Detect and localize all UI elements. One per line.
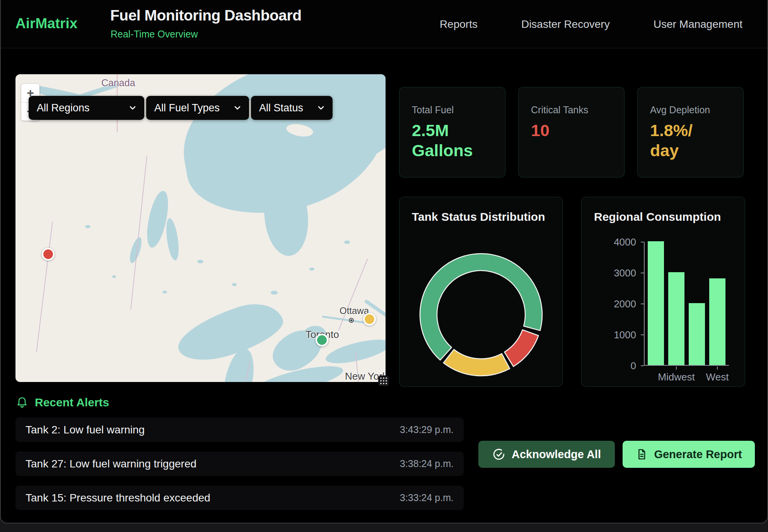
status-filter-dropdown[interactable]: All Status [251,96,333,120]
map-marker-critical[interactable] [42,248,55,261]
alert-message: Tank 27: Low fuel warning triggered [26,458,196,470]
generate-report-button[interactable]: Generate Report [623,441,755,468]
kpi-card-avg-depletion: Avg Depletion 1.8%/ day [637,87,744,177]
kpi-card-critical-tanks: Critical Tanks 10 [518,87,625,177]
border-line-mb-on [130,156,147,310]
lake-superior [172,295,288,370]
map-label-canada: Canada [101,77,135,89]
alert-message: Tank 2: Low fuel warning [26,424,145,436]
tank-status-chart-card: Tank Status Distribution [399,197,563,387]
alert-timestamp: 3:33:24 p.m. [400,492,454,503]
acknowledge-all-button[interactable]: Acknowledge All [478,441,615,468]
bell-icon [16,396,28,409]
acknowledge-all-label: Acknowledge All [512,448,601,461]
small-lake-7 [344,240,350,244]
page-subtitle: Real-Time Overview [111,29,198,40]
bar-chart: 01000200030004000MidwestWest [644,242,729,366]
donut-chart [417,251,545,379]
region-filter-value: All Regions [37,102,90,114]
status-filter-value: All Status [259,102,303,114]
nav-item-disaster-recovery[interactable]: Disaster Recovery [521,18,610,31]
kpi-label: Avg Depletion [650,104,732,116]
map-filter-bar: All Regions All Fuel Types All Status [29,96,333,120]
nav-item-reports[interactable]: Reports [440,18,478,31]
map-marker-normal[interactable] [316,334,328,346]
fuel-type-filter-dropdown[interactable]: All Fuel Types [146,96,249,120]
region-filter-dropdown[interactable]: All Regions [29,96,144,120]
chevron-down-icon [128,103,137,113]
regional-consumption-chart-card: Regional Consumption 01000200030004000Mi… [581,197,745,387]
chart-title: Tank Status Distribution [412,210,545,223]
chevron-down-icon [316,103,326,113]
small-lake-2 [112,275,116,278]
small-lake-8 [162,291,167,293]
kpi-value: 1.8%/ day [650,120,732,161]
small-lake-5 [271,291,278,295]
alerts-title: Recent Alerts [35,396,109,409]
document-icon [635,448,648,460]
fuel-type-filter-value: All Fuel Types [154,102,220,114]
kpi-label: Total Fuel [412,104,494,116]
check-circle-icon [492,448,505,461]
alert-row[interactable]: Tank 27: Low fuel warning triggered 3:38… [15,452,464,476]
kpi-value: 2.5M Gallons [412,120,494,161]
alert-timestamp: 3:38:24 p.m. [400,458,454,469]
dashboard-window: AirMatrix Fuel Monitoring Dashboard Real… [0,0,768,523]
page-title: Fuel Monitoring Dashboard [110,7,301,24]
kpi-cards: Total Fuel 2.5M Gallons Critical Tanks 1… [399,87,744,177]
border-line-sk-mb [36,222,53,352]
brand-logo[interactable]: AirMatrix [15,15,77,32]
kpi-card-total-fuel: Total Fuel 2.5M Gallons [399,87,505,177]
main-nav: Reports Disaster Recovery User Managemen… [440,0,742,48]
generate-report-label: Generate Report [654,448,742,461]
lake-winnipegosis [164,218,181,261]
small-lake-3 [197,260,203,263]
map-drag-handle[interactable] [378,375,389,386]
app-header: AirMatrix Fuel Monitoring Dashboard Real… [1,0,767,48]
alerts-header: Recent Alerts [16,396,109,409]
map-marker-warning[interactable] [363,313,376,326]
small-lake-4 [232,283,237,286]
alert-message: Tank 15: Pressure threshold exceeded [26,492,210,504]
small-lake-1 [85,225,90,228]
chart-title: Regional Consumption [594,210,721,223]
map-canvas[interactable]: Canada Ottawa Toronto New York + − All R… [15,74,386,382]
alert-row[interactable]: Tank 2: Low fuel warning 3:43:29 p.m. [15,418,464,442]
nav-item-user-management[interactable]: User Management [654,18,742,31]
alert-timestamp: 3:43:29 p.m. [400,424,454,435]
ottawa-town-icon [349,318,354,323]
chevron-down-icon [233,103,242,113]
alert-row[interactable]: Tank 15: Pressure threshold exceeded 3:3… [15,486,464,510]
kpi-label: Critical Tanks [531,104,613,116]
small-lake-6 [309,268,314,271]
kpi-value: 10 [531,120,613,140]
